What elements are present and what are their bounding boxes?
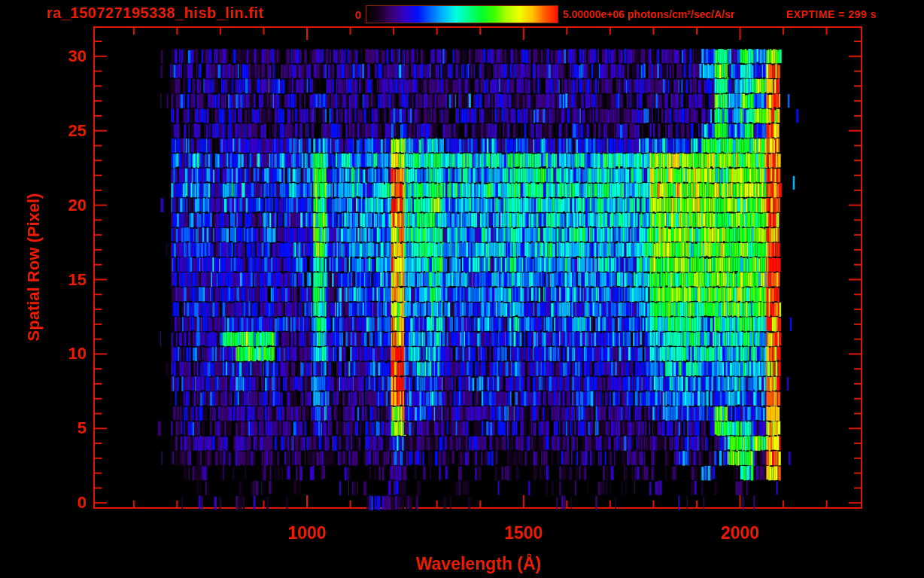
colorbar-gradient — [366, 5, 558, 23]
y-tick-label: 30 — [26, 47, 87, 66]
exptime-label: EXPTIME = 299 s — [786, 8, 877, 20]
x-tick-label: 2000 — [695, 523, 786, 543]
y-tick-label: 25 — [26, 121, 87, 141]
x-axis-title: Wavelength (Å) — [361, 554, 596, 574]
y-tick-label: 5 — [26, 418, 87, 438]
x-tick-label: 1500 — [479, 523, 569, 543]
y-tick-label: 20 — [26, 196, 87, 215]
x-tick-label: 1000 — [262, 523, 352, 543]
y-tick-label: 10 — [26, 344, 87, 364]
file-title: ra_150727195338_hisb_lin.fit — [47, 5, 264, 22]
y-tick-label: 0 — [26, 493, 87, 513]
colorbar-min-label: 0 — [324, 8, 361, 21]
y-tick-label: 15 — [26, 270, 87, 290]
colorbar-max-label: 5.00000e+06 photons/cm²/sec/A/sr — [563, 8, 734, 20]
spectrogram-canvas — [0, 0, 924, 578]
spectrogram-figure: ra_150727195338_hisb_lin.fit 0 5.00000e+… — [0, 0, 924, 578]
